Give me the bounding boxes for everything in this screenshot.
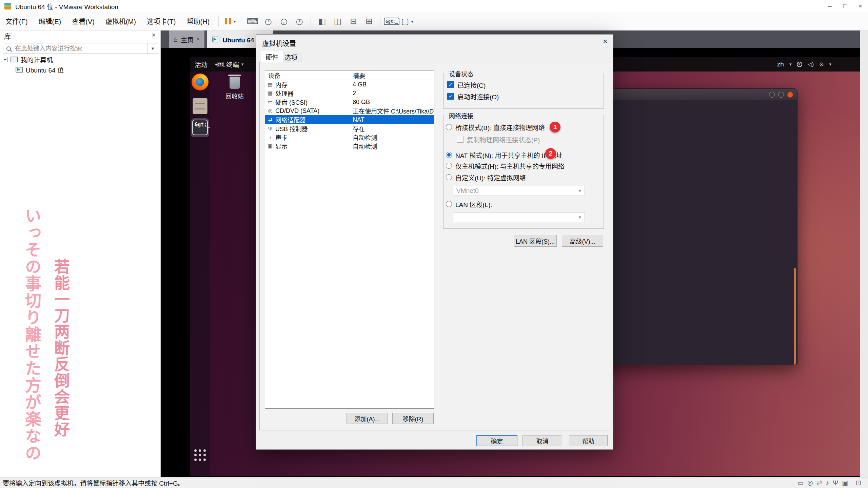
cancel-button[interactable]: 取消 bbox=[522, 435, 562, 446]
app-menu-terminal[interactable]: &gt;_ 终端 ▾ bbox=[212, 57, 249, 72]
checkbox-label: 已连接(C) bbox=[457, 80, 486, 89]
open-console-button[interactable]: &gt;_ bbox=[384, 14, 399, 28]
menu-help[interactable]: 帮助(H) bbox=[181, 12, 215, 30]
minimize-button[interactable]: – bbox=[822, 0, 837, 12]
memory-icon: ▤ bbox=[265, 81, 275, 87]
window-close-icon[interactable] bbox=[787, 92, 793, 98]
group-title: 网络连接 bbox=[447, 111, 475, 120]
show-library-button[interactable]: ◧ bbox=[314, 14, 330, 28]
device-column-header[interactable]: 设备 bbox=[265, 70, 350, 80]
tab-home[interactable]: ⌂ 主页 × bbox=[169, 30, 204, 48]
lan-segments-button[interactable]: LAN 区段(S)... bbox=[514, 235, 557, 247]
menu-edit[interactable]: 编辑(E) bbox=[33, 12, 67, 30]
display-icon: ▣ bbox=[265, 143, 275, 149]
radio-lan-segment[interactable]: LAN 区段(L): bbox=[446, 200, 492, 208]
summary-column-header[interactable]: 摘要 bbox=[350, 70, 434, 80]
add-device-button[interactable]: 添加(A)... bbox=[347, 413, 388, 424]
menu-file[interactable]: 文件(F) bbox=[0, 12, 33, 30]
terminal-scrollbar[interactable] bbox=[794, 268, 796, 365]
dialog-title: 虚拟机设置 bbox=[262, 38, 296, 48]
volume-icon[interactable]: ◁) bbox=[808, 61, 814, 67]
search-dropdown-button[interactable]: ▾ bbox=[147, 43, 158, 54]
device-row-sound-card[interactable]: ♪ 声卡 自动检测 bbox=[265, 133, 434, 142]
device-row-memory[interactable]: ▤ 内存 4 GB bbox=[265, 80, 434, 89]
thumbnail-bar-button[interactable]: ⊟ bbox=[346, 14, 361, 28]
input-language-indicator[interactable]: zh bbox=[777, 61, 784, 68]
custom-network-select[interactable]: VMnet0 ▾ bbox=[453, 186, 585, 196]
dialog-close-button[interactable]: × bbox=[603, 37, 608, 46]
tree-label: Ubuntu 64 位 bbox=[26, 65, 64, 74]
lan-segment-select[interactable]: ▾ bbox=[453, 212, 585, 222]
radio-nat-mode[interactable]: NAT 模式(N): 用于共享主机的 IP 地址 bbox=[446, 151, 563, 159]
checkbox-connect-at-power-on[interactable]: ✓ 启动时连接(O) bbox=[447, 92, 499, 100]
device-row-network-adapter[interactable]: ⇄ 网络适配器 NAT bbox=[265, 115, 434, 124]
dialog-tab-hardware[interactable]: 硬件 bbox=[261, 51, 283, 62]
home-icon: ⌂ bbox=[174, 36, 178, 43]
accessibility-icon[interactable] bbox=[797, 62, 802, 67]
menu-vm[interactable]: 虚拟机(M) bbox=[100, 12, 141, 30]
device-summary: 自动检测 bbox=[350, 133, 434, 142]
chevron-down-icon[interactable]: ▾ bbox=[829, 62, 831, 67]
firefox-icon[interactable] bbox=[192, 74, 209, 90]
network-adapter-icon[interactable]: ⇄ bbox=[817, 479, 822, 487]
window-maximize-icon[interactable] bbox=[778, 92, 784, 98]
stretch-guest-button[interactable]: ▢ ▾ bbox=[399, 14, 415, 28]
revert-snapshot-button[interactable]: ◵ bbox=[276, 14, 292, 28]
console-view-button[interactable]: ◫ bbox=[330, 14, 346, 28]
cd-icon[interactable]: ◎ bbox=[807, 479, 813, 487]
terminal-icon[interactable]: &gt;_ bbox=[192, 120, 208, 135]
remove-device-button[interactable]: 移除(R) bbox=[392, 413, 434, 424]
maximize-button[interactable]: □ bbox=[837, 0, 853, 12]
show-applications-icon[interactable] bbox=[193, 448, 207, 462]
advanced-button[interactable]: 高级(V)... bbox=[562, 235, 603, 247]
display-icon[interactable]: ▣ bbox=[842, 479, 848, 487]
hard-disk-icon[interactable]: ▭ bbox=[797, 479, 804, 487]
network-adapter-icon: ⇄ bbox=[265, 117, 275, 123]
checkbox-checked-icon: ✓ bbox=[447, 81, 454, 88]
radio-unchecked-icon bbox=[446, 124, 452, 130]
send-ctrl-alt-del-button[interactable]: ⌨ bbox=[245, 14, 260, 28]
checkbox-label: 复制物理网络连接状态(P) bbox=[467, 135, 540, 144]
menu-tabs[interactable]: 选项卡(T) bbox=[141, 12, 181, 30]
activities-button[interactable]: 活动 bbox=[190, 57, 212, 72]
radio-host-only-mode[interactable]: 仅主机模式(H): 与主机共享的专用网络 bbox=[446, 162, 565, 170]
take-snapshot-button[interactable]: ◴ bbox=[260, 14, 276, 28]
status-device-icons: ▭ ◎ ⇄ ♪ Ψ ▣ ⊡ bbox=[797, 479, 868, 487]
trash-desktop-icon[interactable]: 回收站 bbox=[224, 77, 245, 100]
power-icon[interactable]: ⊙ bbox=[819, 61, 824, 67]
hard-disk-icon: ▭ bbox=[265, 99, 275, 105]
radio-bridged-mode[interactable]: 桥接模式(B): 直接连接物理网络 bbox=[446, 123, 545, 131]
tree-item-my-computer[interactable]: − 我的计算机 bbox=[3, 55, 53, 64]
device-row-hard-disk[interactable]: ▭ 硬盘 (SCSI) 80 GB bbox=[265, 98, 434, 106]
search-input[interactable] bbox=[14, 45, 147, 53]
keyboard-icon: ⌨ bbox=[247, 17, 259, 26]
device-row-cd-dvd[interactable]: ◎ CD/DVD (SATA) 正在使用文件 C:\Users\Tika\D..… bbox=[265, 106, 434, 115]
close-button[interactable]: × bbox=[853, 0, 868, 12]
computer-icon bbox=[11, 57, 18, 62]
help-button[interactable]: 帮助 bbox=[569, 435, 608, 446]
checkbox-replicate-physical-network[interactable]: 复制物理网络连接状态(P) bbox=[457, 135, 540, 143]
wallpaper-overlay-text-cn: 若能一刀两断反倒会更好 bbox=[50, 259, 72, 438]
ok-button[interactable]: 确定 bbox=[476, 435, 517, 446]
device-row-usb-controller[interactable]: Ψ USB 控制器 存在 bbox=[265, 124, 434, 133]
tree-item-ubuntu-vm[interactable]: ▶ Ubuntu 64 位 bbox=[16, 65, 64, 74]
snapshot-manager-button[interactable]: ◷ bbox=[292, 14, 307, 28]
menubar: 文件(F) 编辑(E) 查看(V) 虚拟机(M) 选项卡(T) 帮助(H) ▾ … bbox=[0, 12, 868, 30]
device-row-processors[interactable]: ▦ 处理器 2 bbox=[265, 89, 434, 98]
checkbox-connected[interactable]: ✓ 已连接(C) bbox=[447, 81, 486, 89]
library-close-icon[interactable]: × bbox=[152, 31, 156, 39]
window-minimize-icon[interactable] bbox=[769, 92, 775, 98]
radio-label: 仅主机模式(H): 与主机共享的专用网络 bbox=[455, 161, 565, 170]
tab-close-icon[interactable]: × bbox=[197, 36, 200, 42]
collapse-icon[interactable]: − bbox=[3, 57, 8, 62]
usb-icon[interactable]: Ψ bbox=[833, 479, 838, 487]
sound-icon[interactable]: ♪ bbox=[826, 479, 829, 487]
pause-vm-button[interactable]: ▾ bbox=[222, 14, 238, 28]
menu-view[interactable]: 查看(V) bbox=[66, 12, 100, 30]
unity-mode-button[interactable]: ⊞ bbox=[361, 14, 377, 28]
radio-custom-network[interactable]: 自定义(U): 特定虚拟网络 bbox=[446, 173, 526, 181]
device-row-display[interactable]: ▣ 显示 自动检测 bbox=[265, 142, 434, 150]
chevron-down-icon: ▾ bbox=[241, 62, 244, 67]
files-app-icon[interactable] bbox=[193, 98, 208, 114]
message-log-icon[interactable]: ⊡ bbox=[856, 479, 861, 487]
